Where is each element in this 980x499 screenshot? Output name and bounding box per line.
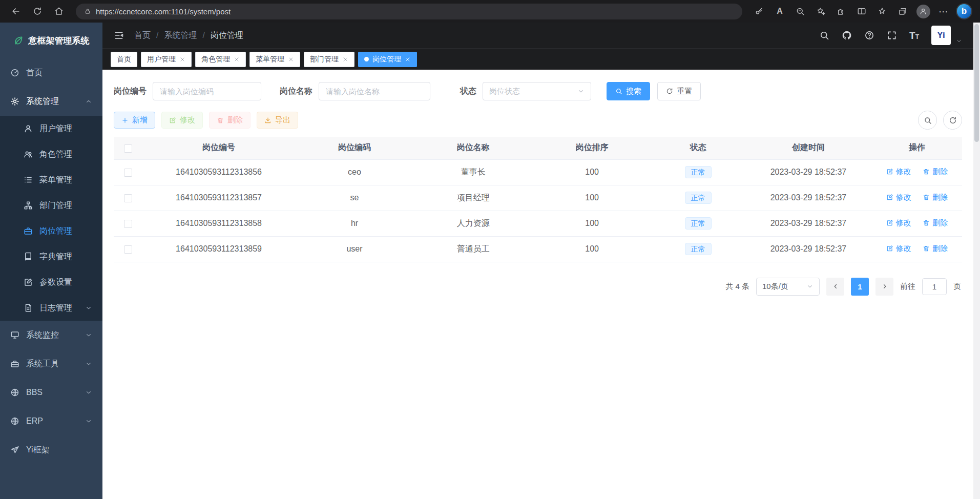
sidebar-item-dict-mgmt[interactable]: 字典管理 (0, 244, 102, 269)
add-favorite-button[interactable] (811, 3, 830, 20)
tab-home[interactable]: 首页 (111, 52, 137, 67)
close-tab-icon[interactable] (234, 56, 240, 63)
row-checkbox[interactable] (124, 220, 132, 228)
browser-menu-button[interactable]: ⋯ (934, 3, 953, 20)
select-all-checkbox[interactable] (124, 144, 132, 153)
row-checkbox[interactable] (124, 169, 132, 177)
browser-profile-button[interactable] (913, 3, 933, 20)
row-edit-link[interactable]: 修改 (886, 218, 911, 228)
row-delete-link[interactable]: 删除 (923, 218, 948, 228)
status-select[interactable]: 岗位状态 (483, 82, 591, 100)
search-form: 岗位编号 岗位名称 状态 岗位状态 搜索 重置 (114, 82, 962, 100)
read-aloud-button[interactable]: A (770, 3, 789, 20)
sidebar-item-role-mgmt[interactable]: 角色管理 (0, 141, 102, 167)
sidebar-item-yi-framework[interactable]: Yi框架 (0, 435, 102, 464)
sidebar-toggle-button[interactable] (114, 30, 124, 40)
toggle-search-button[interactable] (918, 111, 937, 130)
close-tab-icon[interactable] (342, 56, 348, 63)
sidebar-item-erp[interactable]: ERP (0, 407, 102, 435)
tab-dept-mgmt[interactable]: 部门管理 (304, 52, 355, 67)
page-size-select[interactable]: 10条/页 (756, 278, 820, 296)
browser-refresh-button[interactable] (28, 3, 47, 20)
fullscreen-button[interactable] (887, 30, 897, 40)
post-code-input[interactable] (153, 82, 261, 100)
sidebar-item-system-tools[interactable]: 系统工具 (0, 349, 102, 378)
page-scrollbar[interactable] (973, 23, 980, 499)
col-actions: 操作 (872, 137, 962, 159)
row-edit-link[interactable]: 修改 (886, 244, 911, 254)
sidebar-item-menu-mgmt[interactable]: 菜单管理 (0, 167, 102, 193)
sidebar-item-user-mgmt[interactable]: 用户管理 (0, 116, 102, 141)
sidebar-item-param-settings[interactable]: 参数设置 (0, 269, 102, 295)
close-tab-icon[interactable] (179, 56, 185, 63)
tab-role-mgmt[interactable]: 角色管理 (195, 52, 246, 67)
font-size-button[interactable]: TT (909, 31, 919, 40)
table-row: 1641030593112313856 ceo 董事长 100 正常 2023-… (114, 159, 962, 185)
prev-page-button[interactable] (826, 278, 844, 296)
trash-icon (923, 219, 930, 226)
refresh-table-button[interactable] (943, 111, 962, 130)
row-checkbox[interactable] (124, 194, 132, 202)
sidebar-item-system-mgmt[interactable]: 系统管理 (0, 87, 102, 116)
next-page-button[interactable] (875, 278, 893, 296)
add-button[interactable]: 新增 (114, 112, 155, 129)
sidebar-item-post-mgmt[interactable]: 岗位管理 (0, 218, 102, 244)
zoom-button[interactable] (790, 3, 810, 20)
search-button[interactable]: 搜索 (607, 82, 650, 100)
table-tools (918, 111, 962, 130)
edit-button[interactable]: 修改 (161, 112, 203, 129)
post-name-input[interactable] (319, 82, 430, 100)
favorites-button[interactable] (872, 3, 892, 20)
password-key-button[interactable] (749, 3, 769, 20)
tab-post-mgmt[interactable]: 岗位管理 (358, 52, 417, 67)
goto-page-input[interactable] (922, 278, 947, 295)
browser-home-button[interactable] (49, 3, 69, 20)
avatar-dropdown-caret[interactable] (956, 38, 962, 45)
chevron-down-icon (85, 418, 92, 425)
bing-button[interactable]: b (954, 3, 974, 20)
user-avatar[interactable]: Yi (931, 26, 951, 45)
post-mgmt-page: 岗位编号 岗位名称 状态 岗位状态 搜索 重置 (102, 70, 973, 499)
sidebar-item-system-monitor[interactable]: 系统监控 (0, 321, 102, 349)
sidebar-item-dept-mgmt[interactable]: 部门管理 (0, 193, 102, 218)
sidebar-item-bbs[interactable]: BBS (0, 378, 102, 407)
search-icon (819, 30, 829, 40)
trash-icon (923, 245, 930, 252)
extensions-button[interactable] (831, 3, 851, 20)
export-button[interactable]: 导出 (257, 112, 298, 129)
status-badge: 正常 (685, 243, 712, 255)
page-1-button[interactable]: 1 (851, 278, 869, 296)
tab-menu-mgmt[interactable]: 菜单管理 (249, 52, 300, 67)
row-delete-link[interactable]: 删除 (923, 244, 948, 254)
close-tab-icon[interactable] (288, 56, 294, 63)
split-screen-button[interactable] (852, 3, 871, 20)
total-count: 共 4 条 (725, 282, 749, 292)
breadcrumb-home[interactable]: 首页 (134, 30, 164, 41)
chevron-right-icon (881, 283, 888, 290)
collections-button[interactable] (893, 3, 912, 20)
bing-icon: b (957, 4, 971, 18)
puzzle-icon (837, 7, 846, 16)
table-header-row: 岗位编号 岗位编码 岗位名称 岗位排序 状态 创建时间 操作 (114, 137, 962, 159)
close-tab-icon[interactable] (405, 56, 411, 63)
tab-user-mgmt[interactable]: 用户管理 (141, 52, 192, 67)
row-delete-link[interactable]: 删除 (923, 193, 948, 202)
split-screen-icon (857, 7, 866, 16)
browser-back-button[interactable] (6, 3, 26, 20)
address-bar[interactable]: https://ccnetcore.com:1101/system/post (76, 4, 742, 19)
reset-button[interactable]: 重置 (657, 82, 701, 100)
scrollbar-thumb[interactable] (974, 24, 979, 142)
col-post-sort: 岗位排序 (533, 137, 652, 159)
header-search-button[interactable] (819, 30, 829, 40)
github-button[interactable] (842, 30, 852, 40)
sidebar-item-home[interactable]: 首页 (0, 58, 102, 87)
breadcrumb-system-mgmt[interactable]: 系统管理 (164, 30, 210, 41)
table-row: 1641030593112313858 hr 人力资源 100 正常 2023-… (114, 211, 962, 236)
row-edit-link[interactable]: 修改 (886, 167, 911, 177)
row-edit-link[interactable]: 修改 (886, 193, 911, 202)
sidebar-item-log-mgmt[interactable]: 日志管理 (0, 295, 102, 321)
help-button[interactable] (864, 30, 874, 40)
delete-button[interactable]: 删除 (209, 112, 251, 129)
row-delete-link[interactable]: 删除 (923, 167, 948, 177)
row-checkbox[interactable] (124, 245, 132, 254)
